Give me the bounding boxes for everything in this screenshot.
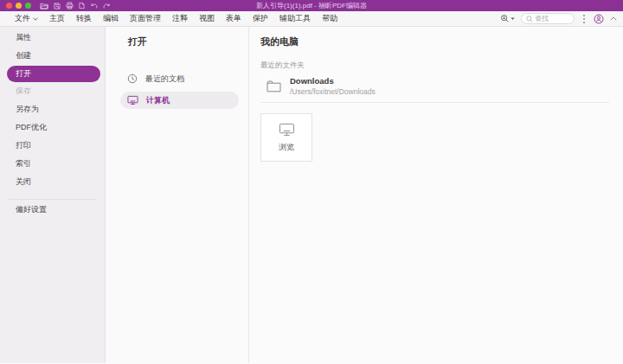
find-search-box[interactable] (521, 13, 575, 24)
collapse-chevron-icon[interactable] (610, 16, 617, 21)
sidebar-item-open[interactable]: 打开 (7, 66, 100, 82)
menu-convert[interactable]: 转换 (76, 13, 92, 24)
backstage-view: 属性 创建 打开 保存 另存为 PDF优化 打印 索引 关闭 偏好设置 打开 最… (0, 27, 623, 363)
sidebar-item-properties[interactable]: 属性 (0, 29, 105, 47)
minimize-window-button[interactable] (16, 3, 22, 9)
titlebar: 新人引导(1)(1).pdf - 福昕PDF编辑器 (0, 0, 623, 11)
menu-form[interactable]: 表单 (226, 13, 241, 24)
search-input[interactable] (535, 15, 569, 22)
menu-file[interactable]: 文件 (15, 13, 38, 24)
open-item-computer[interactable]: 计算机 (120, 92, 239, 109)
menu-home[interactable]: 主页 (49, 13, 65, 24)
sidebar-item-save: 保存 (0, 82, 105, 100)
recent-folders-label: 最近的文件夹 (260, 61, 609, 71)
menu-page-organize[interactable]: 页面管理 (130, 13, 161, 24)
sidebar-item-save-as[interactable]: 另存为 (0, 100, 105, 118)
search-icon (526, 16, 533, 22)
sidebar-item-index[interactable]: 索引 (0, 155, 105, 173)
open-location-list: 最近的文档 计算机 (106, 70, 248, 109)
menu-help[interactable]: 帮助 (322, 13, 337, 24)
monitor-icon (279, 123, 295, 137)
open-item-recent-documents[interactable]: 最近的文档 (120, 70, 239, 87)
menubar: 文件 主页 转换 编辑 页面管理 注释 视图 表单 保护 辅助工具 帮助 (0, 11, 623, 27)
open-folder-icon[interactable] (40, 3, 48, 10)
browse-button[interactable]: 浏览 (260, 113, 312, 162)
redo-icon[interactable] (103, 3, 111, 10)
search-settings-icon[interactable] (500, 14, 515, 23)
sidebar-item-preferences[interactable]: 偏好设置 (0, 201, 105, 219)
account-icon[interactable] (594, 14, 604, 24)
sidebar-item-pdf-optimize[interactable]: PDF优化 (0, 118, 105, 137)
quick-access-toolbar (40, 2, 111, 10)
dropdown-caret-icon (511, 17, 515, 21)
computer-icon (127, 95, 138, 105)
my-computer-panel: 我的电脑 最近的文件夹 Downloads /Users/foxitnet/Do… (249, 27, 623, 363)
folder-icon (267, 80, 281, 93)
clock-icon (127, 73, 138, 84)
menu-view[interactable]: 视图 (199, 13, 215, 24)
menubar-right-tools (500, 13, 617, 24)
menu-edit[interactable]: 编辑 (103, 13, 119, 24)
sidebar-item-create[interactable]: 创建 (0, 47, 105, 65)
menu-file-label: 文件 (15, 13, 30, 24)
my-computer-title: 我的电脑 (260, 35, 609, 48)
sidebar-divider (9, 199, 96, 200)
open-panel-title: 打开 (128, 35, 248, 48)
menu-items: 文件 主页 转换 编辑 页面管理 注释 视图 表单 保护 辅助工具 帮助 (15, 13, 337, 24)
sidebar-item-close[interactable]: 关闭 (0, 173, 105, 191)
open-item-label: 最近的文档 (145, 73, 184, 85)
document-icon[interactable] (79, 2, 85, 10)
browse-label: 浏览 (279, 142, 294, 153)
open-panel: 打开 最近的文档 计算机 (106, 27, 249, 363)
save-icon[interactable] (54, 3, 61, 10)
menu-comment[interactable]: 注释 (172, 13, 188, 24)
zoom-window-button[interactable] (25, 3, 31, 9)
print-icon[interactable] (66, 2, 74, 10)
menu-protect[interactable]: 保护 (253, 13, 268, 24)
menu-accessibility[interactable]: 辅助工具 (279, 13, 311, 24)
open-item-label: 计算机 (146, 95, 170, 106)
folder-name: Downloads (290, 76, 376, 86)
folder-path: /Users/foxitnet/Downloads (290, 87, 376, 96)
chevron-down-icon (33, 17, 38, 21)
sidebar-item-print[interactable]: 打印 (0, 137, 105, 155)
more-vertical-icon[interactable] (583, 18, 585, 20)
file-menu-sidebar: 属性 创建 打开 保存 另存为 PDF优化 打印 索引 关闭 偏好设置 (0, 27, 106, 363)
traffic-lights (6, 3, 31, 9)
undo-icon[interactable] (90, 3, 98, 10)
close-window-button[interactable] (6, 3, 12, 9)
recent-folder-row-downloads[interactable]: Downloads /Users/foxitnet/Downloads (260, 76, 609, 103)
